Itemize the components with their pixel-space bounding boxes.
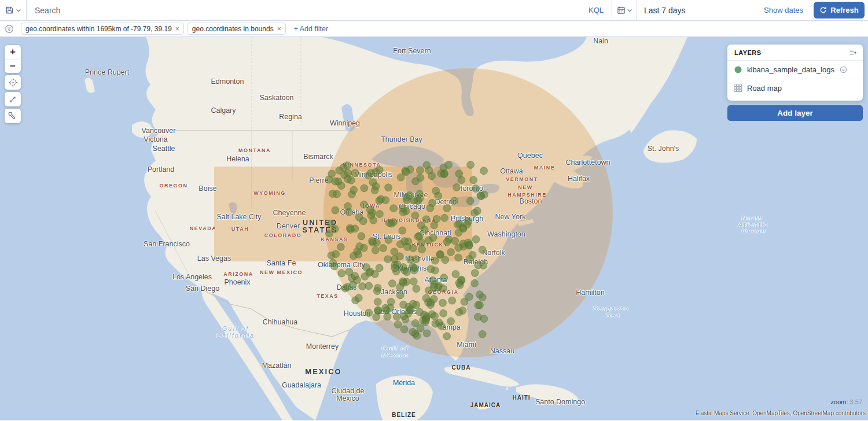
layers-panel-title: LAYERS: [734, 49, 762, 56]
layer-row[interactable]: kibana_sample_data_logs: [727, 61, 863, 79]
map-canvas[interactable]: NainFort SevernPrince RupertEdmontonSask…: [0, 37, 868, 420]
time-range-section: Last 7 days Show dates: [637, 0, 810, 20]
search-input[interactable]: [34, 5, 586, 16]
kql-button[interactable]: KQL: [586, 6, 606, 14]
filter-pill[interactable]: geo.coordinates within 1695km of -79.79,…: [21, 23, 184, 35]
refresh-icon: [819, 6, 827, 14]
refresh-button[interactable]: Refresh: [814, 2, 865, 19]
zoom-indicator: zoom: 3.57: [831, 398, 862, 405]
filter-pill[interactable]: geo.coordinates in bounds×: [187, 23, 286, 35]
layer-swatch-circle-icon: [734, 66, 742, 73]
wrench-icon: [8, 112, 17, 121]
show-dates-button[interactable]: Show dates: [764, 6, 803, 14]
filter-pill-group: geo.coordinates within 1695km of -79.79,…: [21, 23, 286, 35]
add-layer-button[interactable]: Add layer: [727, 105, 863, 121]
layer-list: kibana_sample_data_logsRoad map: [727, 61, 863, 97]
save-icon: [5, 6, 14, 14]
filter-pill-label: geo.coordinates within 1695km of -79.79,…: [25, 25, 172, 33]
distance-filter-overlay: [323, 68, 613, 357]
layer-row[interactable]: Road map: [727, 79, 863, 97]
tools-button[interactable]: [5, 109, 21, 123]
refresh-label: Refresh: [830, 6, 858, 14]
remove-filter-icon[interactable]: ×: [277, 25, 281, 33]
layers-panel-header: LAYERS: [727, 45, 863, 61]
crosshair-icon: [8, 77, 18, 87]
top-navigation-bar: KQL Last 7 days Show dates Refresh: [0, 0, 868, 21]
chevron-down-icon: [627, 8, 632, 13]
map-attribution: Elastic Maps Service, OpenMapTiles, Open…: [696, 410, 866, 416]
zoom-control-group: + −: [5, 45, 21, 73]
ignore-global-filter-icon: [840, 66, 847, 73]
add-filter-button[interactable]: + Add filter: [294, 25, 328, 33]
zoom-indicator-label: zoom:: [831, 398, 848, 405]
filter-icon[interactable]: [5, 24, 14, 34]
collapse-panel-icon[interactable]: [849, 49, 857, 57]
zoom-out-button[interactable]: −: [5, 59, 21, 73]
chevron-down-icon: [16, 8, 21, 13]
layer-name: kibana_sample_data_logs: [747, 65, 834, 74]
filter-bar: geo.coordinates within 1695km of -79.79,…: [0, 21, 868, 37]
zoom-in-button[interactable]: +: [5, 45, 21, 59]
set-view-button[interactable]: [5, 75, 21, 90]
layer-name: Road map: [747, 84, 782, 93]
zoom-indicator-value: 3.57: [850, 398, 862, 405]
layer-swatch-grid-icon: [734, 84, 742, 92]
diagonal-arrow-icon: [8, 95, 17, 104]
date-picker-button[interactable]: [612, 0, 637, 20]
remove-filter-icon[interactable]: ×: [175, 25, 179, 33]
layers-panel: LAYERS kibana_sample_data_logsRoad map: [727, 45, 863, 101]
time-range-value[interactable]: Last 7 days: [644, 6, 686, 15]
measure-distance-button[interactable]: [5, 92, 21, 106]
filter-pill-label: geo.coordinates in bounds: [192, 25, 274, 33]
saved-query-menu-button[interactable]: [0, 0, 27, 20]
calendar-icon: [617, 6, 626, 14]
search-bar: KQL: [27, 0, 612, 20]
